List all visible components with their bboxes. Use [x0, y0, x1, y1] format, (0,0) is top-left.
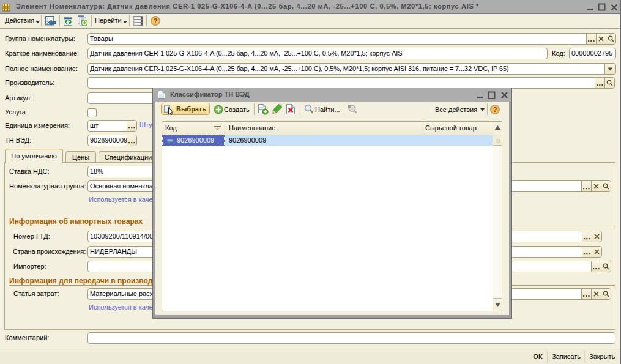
- svg-text:?: ?: [493, 106, 497, 113]
- svg-text:?: ?: [154, 17, 158, 24]
